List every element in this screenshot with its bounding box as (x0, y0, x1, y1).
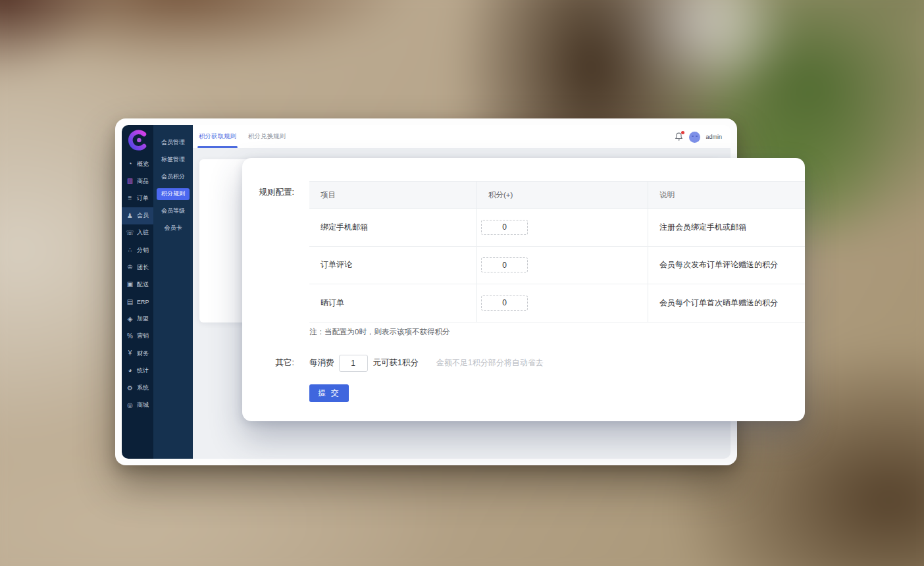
sidebar-item-label: 订单 (137, 194, 149, 203)
consume-prefix-label: 每消费 (309, 357, 334, 369)
sidebar-item-label: ERP (137, 299, 149, 305)
sidebar-item-label: 财务 (137, 349, 149, 358)
finance-icon: ¥ (126, 350, 134, 357)
sidebar-item-delivery[interactable]: ▣配送 (122, 276, 153, 293)
sidebar-item-label: 加盟 (137, 315, 149, 323)
settle-in-icon: ☏ (126, 230, 134, 236)
erp-icon: ▤ (126, 299, 134, 305)
sidebar-item-label: 系统 (137, 384, 149, 392)
logo-c-icon (126, 129, 149, 151)
tab-bar: 积分获取规则 积分兑换规则 admin (193, 125, 731, 149)
submenu-item-tag-management[interactable]: 标签管理 (153, 151, 193, 168)
rules-table: 项目 积分(+) 说明 绑定手机邮箱 注册会员绑定手机或邮箱 订单评论 会员每次… (309, 181, 805, 322)
column-header-description: 说明 (648, 182, 805, 208)
sidebar-item-finance[interactable]: ¥财务 (122, 345, 153, 362)
main-sidebar: ◔概览 ▥商品 ≡订单 ♟会员 ☏入驻 ∴分销 ♔团长 ▣配送 ▤ERP ◈加盟… (122, 125, 153, 459)
system-icon: ⚙ (126, 385, 134, 392)
rule-item-name: 订单评论 (309, 247, 477, 284)
column-header-item: 项目 (309, 182, 477, 208)
sidebar-item-franchise[interactable]: ◈加盟 (122, 311, 153, 328)
points-input[interactable] (481, 257, 528, 272)
consume-amount-input[interactable] (339, 355, 368, 372)
notification-badge (681, 131, 684, 134)
app-logo[interactable] (122, 125, 153, 155)
sidebar-item-group-leader[interactable]: ♔团长 (122, 259, 153, 276)
overview-icon: ◔ (126, 161, 134, 167)
sidebar-item-members[interactable]: ♟会员 (122, 207, 153, 224)
tab-points-acquire-rules[interactable]: 积分获取规则 (199, 125, 236, 148)
delivery-icon: ▣ (126, 281, 134, 288)
sidebar-item-label: 营销 (137, 332, 149, 340)
points-input[interactable] (481, 220, 528, 235)
rule-description: 注册会员绑定手机或邮箱 (648, 209, 805, 246)
sidebar-item-label: 概览 (137, 160, 149, 168)
table-row: 晒订单 会员每个订单首次晒单赠送的积分 (309, 284, 805, 322)
rules-config-card: 规则配置: 项目 积分(+) 说明 绑定手机邮箱 注册会员绑定手机或邮箱 订单评… (242, 158, 805, 421)
sidebar-item-overview[interactable]: ◔概览 (122, 155, 153, 172)
rule-item-name: 绑定手机邮箱 (309, 209, 477, 246)
goods-icon: ▥ (126, 178, 134, 184)
sidebar-item-settle-in[interactable]: ☏入驻 (122, 224, 153, 242)
rules-config-label: 规则配置: (242, 187, 294, 198)
rule-item-name: 晒订单 (309, 284, 477, 322)
other-section-label: 其它: (242, 357, 294, 369)
screen: ◔概览 ▥商品 ≡订单 ♟会员 ☏入驻 ∴分销 ♔团长 ▣配送 ▤ERP ◈加盟… (0, 0, 924, 566)
rule-description: 会员每个订单首次晒单赠送的积分 (648, 284, 805, 322)
points-input[interactable] (481, 296, 528, 311)
distribution-icon: ∴ (126, 247, 134, 253)
rules-note: 注：当配置为0时，则表示该项不获得积分 (309, 327, 449, 337)
member-icon: ♟ (126, 213, 134, 219)
sidebar-item-label: 分销 (137, 246, 149, 255)
sidebar-item-label: 团长 (137, 263, 149, 272)
sidebar-item-label: 商品 (137, 177, 149, 186)
sidebar-item-label: 配送 (137, 280, 149, 289)
group-leader-icon: ♔ (126, 264, 134, 270)
user-avatar[interactable] (689, 132, 700, 143)
rule-description: 会员每次发布订单评论赠送的积分 (648, 247, 805, 284)
sub-sidebar: 会员管理 标签管理 会员积分 积分规则 会员等级 会员卡 (153, 125, 193, 459)
submenu-item-member-levels[interactable]: 会员等级 (153, 203, 193, 220)
sidebar-item-orders[interactable]: ≡订单 (122, 190, 153, 207)
sidebar-item-distribution[interactable]: ∴分销 (122, 242, 153, 259)
table-row: 绑定手机邮箱 注册会员绑定手机或邮箱 (309, 209, 805, 247)
admin-username: admin (706, 134, 722, 140)
submenu-item-member-card[interactable]: 会员卡 (153, 220, 193, 237)
tab-points-exchange-rules[interactable]: 积分兑换规则 (248, 125, 286, 148)
table-header-row: 项目 积分(+) 说明 (309, 181, 805, 209)
statistics-icon: ◕ (126, 367, 134, 374)
marketing-icon: % (126, 333, 134, 340)
sidebar-item-label: 统计 (137, 367, 149, 375)
sidebar-item-erp[interactable]: ▤ERP (122, 294, 153, 311)
franchise-icon: ◈ (126, 316, 134, 322)
sidebar-item-goods[interactable]: ▥商品 (122, 172, 153, 190)
submenu-item-points-rules[interactable]: 积分规则 (157, 188, 190, 200)
rounding-hint: 金额不足1积分部分将自动省去 (436, 357, 544, 369)
submenu-item-member-management[interactable]: 会员管理 (153, 134, 193, 151)
notification-bell-icon[interactable] (675, 132, 684, 142)
mall-icon: ◎ (126, 402, 134, 409)
sidebar-item-statistics[interactable]: ◕统计 (122, 362, 153, 379)
sidebar-item-marketing[interactable]: %营销 (122, 328, 153, 345)
sidebar-item-system[interactable]: ⚙系统 (122, 379, 153, 396)
submit-button[interactable]: 提 交 (309, 384, 349, 402)
orders-icon: ≡ (126, 195, 134, 201)
table-row: 订单评论 会员每次发布订单评论赠送的积分 (309, 247, 805, 285)
sidebar-item-mall[interactable]: ◎商城 (122, 397, 153, 414)
sidebar-item-label: 入驻 (137, 228, 149, 237)
sidebar-item-label: 商城 (137, 401, 149, 409)
other-rule-row: 其它: 每消费 元可获1积分 金额不足1积分部分将自动省去 (242, 354, 544, 372)
consume-suffix-label: 元可获1积分 (373, 357, 419, 369)
submenu-item-member-points[interactable]: 会员积分 (153, 168, 193, 185)
sidebar-item-label: 会员 (137, 211, 149, 220)
column-header-points: 积分(+) (477, 182, 648, 208)
